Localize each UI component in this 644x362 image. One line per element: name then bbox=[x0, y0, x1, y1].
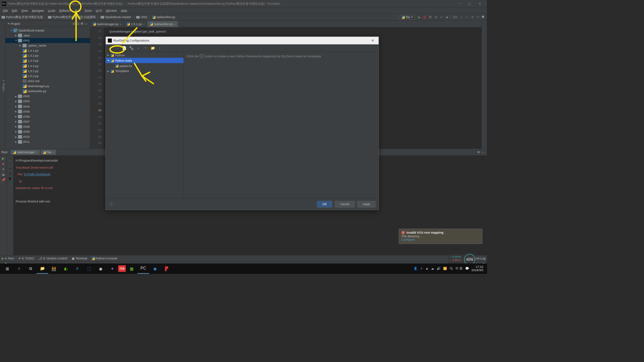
search-icon[interactable]: 🔍 bbox=[482, 15, 485, 19]
app-icon-5[interactable]: ◉ bbox=[149, 263, 161, 274]
breadcrumb-item[interactable]: SpiderBook-master bbox=[101, 15, 131, 19]
app-icon-2[interactable]: ✦ bbox=[107, 263, 118, 274]
profile-icon[interactable]: ◔ bbox=[434, 15, 438, 19]
app-icon-3[interactable]: 词典 bbox=[118, 265, 126, 272]
tree-item[interactable]: ▶ch03 bbox=[5, 99, 90, 104]
app-icon-4[interactable]: ▦ bbox=[126, 263, 138, 274]
cortana-icon[interactable]: ○ bbox=[13, 263, 25, 274]
tree-item[interactable]: 1.4.4.py bbox=[5, 63, 90, 68]
pause-icon[interactable]: ⏸ bbox=[2, 167, 5, 171]
python-console-button[interactable]: Python Console bbox=[92, 256, 117, 260]
config-tree[interactable]: ▶Python▼Python testspytest for▶Templates bbox=[106, 52, 184, 198]
clock[interactable]: 17:222019/3/3 bbox=[472, 265, 483, 272]
notification-link[interactable]: Configure... bbox=[401, 238, 417, 242]
tree-item[interactable]: 1.5.1.py bbox=[5, 68, 90, 73]
menu-vcs[interactable]: VCS bbox=[94, 8, 104, 13]
folder-config-icon[interactable]: 📁 bbox=[150, 46, 155, 50]
stop-icon[interactable]: ■ bbox=[445, 15, 449, 19]
run-icon[interactable]: ▶ bbox=[417, 15, 421, 19]
breadcrumb-item[interactable]: taskworker.py bbox=[153, 15, 175, 19]
tree-item[interactable]: taskworker.py bbox=[5, 89, 90, 94]
run-hide-icon[interactable]: — bbox=[481, 150, 485, 154]
config-tree-item[interactable]: ▼Python tests bbox=[106, 58, 183, 63]
vcs-tool-button[interactable]: ⎇9: Version Control bbox=[39, 256, 67, 260]
up-config-icon[interactable]: ▲ bbox=[136, 47, 141, 49]
dialog-titlebar[interactable]: Run/Debug Configurations × bbox=[106, 37, 378, 45]
wechat-icon[interactable]: ◐ bbox=[60, 263, 71, 274]
tree-item[interactable]: ch01.md bbox=[5, 78, 90, 83]
menu-window[interactable]: Window bbox=[104, 8, 119, 13]
todo-tool-button[interactable]: ✔6: TODO bbox=[18, 256, 34, 260]
config-tree-item[interactable]: pytest for bbox=[106, 63, 183, 68]
breadcrumb-item[interactable]: ch01 bbox=[136, 15, 147, 19]
notification-toast[interactable]: !Invalid VCS root mapping The directory.… bbox=[398, 229, 482, 244]
tree-item[interactable]: ▶ch08 bbox=[5, 124, 90, 129]
menu-run[interactable]: Run bbox=[73, 8, 83, 13]
add-config-icon[interactable]: ＋ bbox=[108, 46, 112, 50]
menu-view[interactable]: View bbox=[19, 8, 30, 13]
run-settings-icon[interactable]: ✱ bbox=[476, 150, 481, 154]
menu-code[interactable]: Code bbox=[46, 8, 57, 13]
cancel-button[interactable]: Cancel bbox=[335, 201, 355, 207]
menu-help[interactable]: Help bbox=[119, 8, 129, 13]
debug-icon[interactable]: 🐞 bbox=[423, 15, 427, 19]
terminal-tool-button[interactable]: ▣Terminal bbox=[72, 256, 87, 260]
system-tray[interactable]: 👤 ㅅ▲☁🔊📶🔌 中 英 💬 17:222019/3/3 bbox=[414, 265, 485, 272]
maximize-button[interactable]: ▢ bbox=[465, 0, 475, 7]
up-icon[interactable]: ↑ bbox=[9, 157, 11, 160]
explorer-icon[interactable]: 📁 bbox=[37, 263, 48, 274]
tree-item[interactable]: 1.4.2.py bbox=[5, 53, 90, 58]
breadcrumb-item[interactable]: Python爬虫开发与项目实战 bbox=[2, 15, 43, 19]
menu-refactor[interactable]: Refactor bbox=[57, 8, 73, 13]
wrap-icon[interactable]: ⤶ bbox=[9, 167, 11, 170]
ok-button[interactable]: OK bbox=[317, 201, 332, 207]
tree-item[interactable]: ▶ch11 bbox=[5, 139, 90, 144]
apply-button[interactable]: Apply bbox=[357, 201, 375, 207]
editor-tab[interactable]: 1.5.1.py× bbox=[124, 21, 147, 27]
git-commit-icon[interactable]: ✓ bbox=[465, 15, 469, 19]
pycharm-icon[interactable]: PC bbox=[138, 263, 149, 274]
config-tree-item[interactable]: ▶Templates bbox=[106, 68, 183, 74]
editor-tab[interactable]: taskmanager.py× bbox=[90, 21, 124, 27]
pin-icon[interactable]: 📌 bbox=[1, 178, 5, 182]
run-tab-taskmanager[interactable]: taskmanager× bbox=[11, 149, 40, 155]
left-tool-rail[interactable]: 1: Project bbox=[0, 21, 5, 149]
settings-icon[interactable]: ✱ bbox=[80, 22, 84, 25]
select-opened-icon[interactable]: ⊕ bbox=[72, 22, 76, 25]
pdf-icon[interactable]: ▛ bbox=[161, 263, 172, 274]
tree-item[interactable]: ▶ch06 bbox=[5, 114, 90, 119]
tree-item[interactable]: ▶ch02 bbox=[5, 94, 90, 99]
coverage-icon[interactable]: ⛨ bbox=[429, 15, 432, 19]
concurrency-icon[interactable]: ≡ bbox=[440, 15, 443, 19]
hide-icon[interactable]: — bbox=[84, 22, 88, 25]
edit-config-icon[interactable]: 🔧 bbox=[129, 46, 134, 50]
breadcrumb-item[interactable]: Python爬虫开发与项目实战源码 bbox=[48, 15, 96, 19]
menu-file[interactable]: File bbox=[1, 8, 10, 13]
close-button[interactable]: ✕ bbox=[475, 0, 485, 7]
exit-icon[interactable]: ⏏ bbox=[2, 173, 5, 176]
menu-navigate[interactable]: Navigate bbox=[30, 8, 46, 13]
tree-item[interactable]: ▶ch09 bbox=[5, 129, 90, 134]
editor-tab[interactable]: taskworker.py× bbox=[147, 21, 178, 27]
tree-item[interactable]: 1.5.2.py bbox=[5, 73, 90, 78]
git-revert-icon[interactable]: ↶ bbox=[476, 15, 480, 19]
tree-item[interactable]: ▶.idea bbox=[5, 33, 90, 38]
tree-item[interactable]: ▶ch10 bbox=[5, 134, 90, 139]
git-history-icon[interactable]: ⟲ bbox=[471, 15, 474, 19]
taskview-icon[interactable]: ⧉ bbox=[25, 263, 37, 274]
chrome-icon[interactable]: ◉ bbox=[95, 263, 107, 274]
right-tool-rail[interactable] bbox=[482, 21, 487, 149]
ime-indicator[interactable]: 中 英 bbox=[455, 266, 463, 271]
remove-config-icon[interactable]: － bbox=[115, 46, 119, 50]
tree-item[interactable]: ▶ch07 bbox=[5, 119, 90, 124]
calculator-icon[interactable]: 🧮 bbox=[48, 263, 60, 274]
start-button[interactable]: ⊞ bbox=[2, 263, 13, 274]
collapse-icon[interactable]: ⇲ bbox=[76, 22, 80, 25]
help-icon[interactable]: ? bbox=[109, 201, 114, 206]
run-tab-fda[interactable]: fda× bbox=[41, 149, 56, 155]
app-icon-1[interactable]: ⬚ bbox=[83, 263, 95, 274]
tree-item[interactable]: taskmanager.py bbox=[5, 83, 90, 88]
tree-item[interactable]: ▼SpiderBook-master bbox=[5, 28, 90, 33]
run-config-selector[interactable]: fda ▼ bbox=[399, 14, 415, 19]
print-icon[interactable]: ⎙ bbox=[9, 172, 11, 176]
